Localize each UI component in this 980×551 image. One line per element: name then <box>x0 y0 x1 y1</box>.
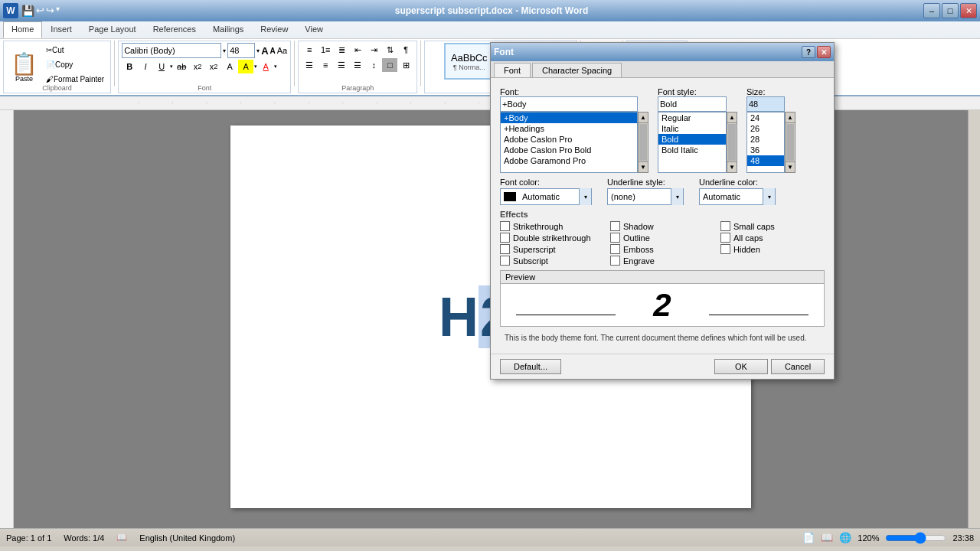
style-heading1-label: 1 Headin... <box>504 64 537 71</box>
clipboard-label: Clipboard <box>4 84 110 92</box>
clear-format-button[interactable]: Aa <box>277 46 287 55</box>
style-heading1[interactable]: AaBb 1 Headin... <box>495 43 545 80</box>
doc-char-2: 2 <box>479 285 512 348</box>
ribbon-content: 📋 Paste ✂ Cut 📄 Copy 🖌 Format Painter Cl… <box>0 38 980 95</box>
status-right: 📄 📖 🌐 120% 23:38 <box>802 532 974 544</box>
increase-indent-button[interactable]: ⇥ <box>366 43 381 57</box>
view-reading-icon[interactable]: 📖 <box>821 532 833 543</box>
time-display: 23:38 <box>952 533 974 543</box>
multilevel-button[interactable]: ≣ <box>334 43 349 57</box>
align-left-button[interactable]: ☰ <box>302 58 317 72</box>
font-size-arrow[interactable]: ▾ <box>256 47 260 54</box>
tab-mailings[interactable]: Mailings <box>204 21 252 38</box>
ribbon: Home Insert Page Layout References Maili… <box>0 21 980 96</box>
line-spacing-button[interactable]: ↕ <box>366 58 381 72</box>
strikethrough-button[interactable]: ab <box>174 60 189 73</box>
find-button[interactable]: 🔍 Find <box>635 43 678 57</box>
italic-button[interactable]: I <box>138 60 153 73</box>
style-heading1-preview: AaBb <box>506 51 534 64</box>
style-normal-preview: AaBbCc <box>451 52 488 64</box>
page-info: Page: 1 of 1 <box>6 533 51 543</box>
word-icon: W <box>3 3 18 18</box>
sort-button[interactable]: ⇅ <box>382 43 397 57</box>
font-name-arrow[interactable]: ▾ <box>223 47 226 54</box>
document-content: H20 <box>439 285 543 348</box>
font-size-input[interactable] <box>227 43 255 58</box>
font-name-input[interactable] <box>122 43 221 58</box>
tab-review[interactable]: Review <box>252 21 296 38</box>
tab-references[interactable]: References <box>145 21 204 38</box>
font-group: ▾ ▾ A A Aa B I U ▾ ab x2 x2 A A <box>118 41 291 93</box>
title-bar: W 💾 ↩ ↪ ▾ superscript subscript.docx - M… <box>0 0 980 21</box>
change-styles-label: ChangeStyles <box>590 65 614 82</box>
paste-label: Paste <box>15 75 33 83</box>
tab-page-layout[interactable]: Page Layout <box>80 21 145 38</box>
paste-icon: 📋 <box>11 54 38 75</box>
align-center-button[interactable]: ≡ <box>318 58 333 72</box>
replace-button[interactable]: ↔ Replace <box>635 57 678 71</box>
style-normal[interactable]: AaBbCc ¶ Norma... <box>444 43 494 80</box>
doc-char-h: H <box>439 285 479 348</box>
word-count: Words: 1/4 <box>64 533 104 543</box>
undo-icon[interactable]: ↩ <box>36 5 44 17</box>
shading-button[interactable]: □ <box>382 58 397 72</box>
styles-label: Styles <box>425 84 577 92</box>
title-bar-controls: – □ ✕ <box>923 3 977 18</box>
decrease-indent-button[interactable]: ⇤ <box>350 43 365 57</box>
view-web-icon[interactable]: 🌐 <box>839 532 851 543</box>
text-effects-button[interactable]: A <box>222 60 237 73</box>
show-formatting-button[interactable]: ¶ <box>398 43 413 57</box>
document-area[interactable]: H20 <box>14 110 968 528</box>
view-print-icon[interactable]: 📄 <box>802 532 815 543</box>
tab-view[interactable]: View <box>296 21 332 38</box>
doc-char-0: 0 <box>512 285 543 348</box>
title-bar-left: W 💾 ↩ ↪ ▾ <box>3 3 60 18</box>
underline-arrow[interactable]: ▾ <box>170 64 173 70</box>
bullets-button[interactable]: ≡ <box>302 43 317 57</box>
main-area: H20 <box>0 110 980 528</box>
quick-save-icon[interactable]: 💾 <box>21 5 34 17</box>
underline-button[interactable]: U <box>154 60 169 73</box>
align-right-button[interactable]: ☰ <box>334 58 349 72</box>
tab-insert[interactable]: Insert <box>42 21 80 38</box>
separator-2 <box>294 41 295 86</box>
separator-5 <box>622 41 623 86</box>
paragraph-group: ≡ 1≡ ≣ ⇤ ⇥ ⇅ ¶ ☰ ≡ ☰ ☰ ↕ □ ⊞ P <box>298 41 417 93</box>
spell-check-icon[interactable]: 📖 <box>116 533 127 543</box>
increase-font-button[interactable]: A <box>261 45 268 57</box>
justify-button[interactable]: ☰ <box>350 58 365 72</box>
minimize-button[interactable]: – <box>923 3 940 18</box>
bold-button[interactable]: B <box>122 60 137 73</box>
zoom-level: 120% <box>858 533 879 543</box>
ruler: · · · · · · · · · · · · · · · · · · · · <box>0 96 980 110</box>
superscript-button[interactable]: x2 <box>206 60 221 73</box>
zoom-slider[interactable] <box>885 532 946 544</box>
document-page: H20 <box>230 126 751 508</box>
font-color-arrow[interactable]: ▾ <box>274 64 277 70</box>
highlight-arrow[interactable]: ▾ <box>254 64 257 70</box>
decrease-font-button[interactable]: A <box>270 47 276 55</box>
subscript-button[interactable]: x2 <box>190 60 205 73</box>
right-scrollbar[interactable] <box>968 110 980 528</box>
styles-scroll-up[interactable]: ▲ <box>547 43 557 53</box>
change-styles-button[interactable]: Aa ChangeStyles ▾ <box>584 41 619 93</box>
paragraph-label: Paragraph <box>299 84 416 92</box>
status-bar: Page: 1 of 1 Words: 1/4 📖 English (Unite… <box>0 528 980 546</box>
language-info[interactable]: English (United Kingdom) <box>139 533 235 543</box>
border-button[interactable]: ⊞ <box>398 58 413 72</box>
text-highlight-button[interactable]: A <box>238 60 253 73</box>
style-normal-label: ¶ Norma... <box>453 64 485 71</box>
font-color-button[interactable]: A <box>258 60 273 73</box>
maximize-button[interactable]: □ <box>942 3 959 18</box>
tab-home[interactable]: Home <box>3 21 42 38</box>
editing-label: Editing <box>627 84 687 92</box>
numbering-button[interactable]: 1≡ <box>318 43 333 57</box>
separator-1 <box>114 41 115 86</box>
redo-icon[interactable]: ↪ <box>46 5 54 17</box>
clipboard-group-content: 📋 Paste ✂ Cut 📄 Copy 🖌 Format Painter <box>7 43 107 101</box>
copy-button[interactable]: 📄 Copy <box>43 57 107 71</box>
close-button[interactable]: ✕ <box>960 3 977 18</box>
styles-scroll-down[interactable]: ▼ <box>547 62 557 72</box>
separator-4 <box>580 41 581 86</box>
cut-button[interactable]: ✂ Cut <box>43 43 107 57</box>
